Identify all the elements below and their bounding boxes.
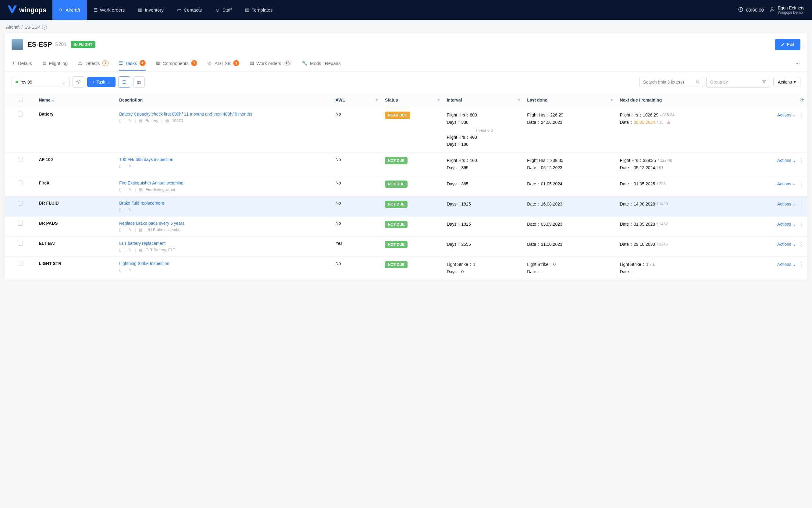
- col-status[interactable]: Status▼: [382, 93, 444, 107]
- edit-icon[interactable]: ✎: [128, 164, 132, 168]
- task-description-link[interactable]: ELT battery replacement: [119, 241, 329, 246]
- tab-defects[interactable]: ⚠Defects1: [78, 56, 109, 71]
- info-icon[interactable]: i: [42, 25, 47, 30]
- row-actions-button[interactable]: Actions ⌄: [777, 202, 796, 206]
- table-settings-button[interactable]: [800, 98, 804, 103]
- chevron-down-icon: ⌄: [793, 242, 796, 247]
- chevron-down-icon: ⌄: [793, 262, 796, 267]
- nav-templates[interactable]: ▤ Templates: [238, 0, 279, 20]
- doc-icon[interactable]: ▯: [119, 207, 121, 212]
- tab-components[interactable]: ▦Components1: [156, 56, 197, 71]
- col-last[interactable]: Last done▼: [524, 93, 617, 107]
- edit-icon[interactable]: ✎: [128, 207, 132, 212]
- edit-icon[interactable]: ✎: [128, 227, 132, 232]
- tab-adsb[interactable]: ☺AD | SB1: [208, 56, 239, 71]
- table-row: LIGHT STR Lightning Strike Inspection ▯ …: [5, 256, 807, 280]
- tab-flight-log[interactable]: ▤Flight log: [42, 56, 68, 71]
- row-checkbox[interactable]: [18, 201, 23, 206]
- row-checkbox[interactable]: [18, 112, 23, 117]
- nav-inventory[interactable]: ▦ Inventory: [131, 0, 170, 20]
- add-task-button[interactable]: + Task ⌄: [87, 77, 116, 87]
- revision-select[interactable]: rev 09 ⌄: [11, 77, 70, 87]
- doc-icon[interactable]: ▯: [119, 187, 121, 192]
- doc-icon[interactable]: ▯: [119, 118, 121, 123]
- task-description-link[interactable]: 100 FH/ 365 days inspection: [119, 157, 329, 162]
- nav-work-orders[interactable]: ☰ Work orders: [87, 0, 131, 20]
- nav-aircraft[interactable]: ✈ Aircraft: [52, 0, 87, 20]
- brand-text: wingops: [19, 6, 46, 14]
- status-badge: NOT DUE: [385, 241, 408, 248]
- row-more-button[interactable]: ⋮: [799, 201, 804, 207]
- edit-button[interactable]: Edit: [775, 39, 801, 50]
- row-actions-button[interactable]: Actions ⌄: [777, 222, 796, 226]
- awl-value: No: [332, 176, 382, 196]
- nav-staff[interactable]: ☺ Staff: [209, 0, 238, 20]
- calendar-view-button[interactable]: ▦: [133, 76, 145, 88]
- row-more-button[interactable]: ⋮: [799, 241, 804, 248]
- select-all-checkbox[interactable]: [18, 97, 23, 102]
- row-more-button[interactable]: ⋮: [799, 221, 804, 227]
- row-checkbox[interactable]: [18, 157, 23, 162]
- row-more-button[interactable]: ⋮: [799, 112, 804, 118]
- task-name: FireX: [39, 180, 49, 185]
- search-input[interactable]: [639, 77, 703, 87]
- status-badge: NOT DUE: [385, 261, 408, 268]
- edit-icon[interactable]: ✎: [128, 248, 132, 252]
- chevron-down-icon: ⌄: [793, 222, 796, 226]
- doc-icon[interactable]: ▯: [119, 248, 121, 252]
- person-icon: ☺: [215, 7, 220, 12]
- doc-icon[interactable]: ▯: [119, 164, 121, 168]
- row-checkbox[interactable]: [18, 221, 23, 226]
- doc-icon[interactable]: ▯: [119, 227, 121, 232]
- row-actions-button[interactable]: Actions ⌄: [777, 158, 796, 163]
- row-actions-button[interactable]: Actions ⌄: [777, 262, 796, 267]
- col-name[interactable]: Name◆: [36, 93, 116, 107]
- task-description-link[interactable]: Battery Capacity check first 800h/ 11 mo…: [119, 112, 329, 117]
- tasks-table: Name◆ Description AWL▼ Status▼ Interval▼…: [5, 93, 807, 280]
- user-menu[interactable]: Egon Eelmets Wingops Demo: [769, 5, 804, 15]
- col-awl[interactable]: AWL▼: [332, 93, 382, 107]
- filter-icon[interactable]: ▼: [375, 97, 379, 102]
- awl-value: No: [332, 256, 382, 280]
- calendar-icon: ▦: [137, 80, 141, 84]
- tab-tasks[interactable]: ☰Tasks1: [119, 56, 145, 71]
- row-checkbox[interactable]: [18, 261, 23, 266]
- doc-icon[interactable]: ▯: [119, 268, 121, 272]
- status-badge-inflight: IN FLIGHT: [71, 41, 95, 48]
- row-actions-button[interactable]: Actions ⌄: [777, 113, 796, 117]
- row-actions-button[interactable]: Actions ⌄: [777, 242, 796, 247]
- task-description-link[interactable]: Brake fluid replacement: [119, 201, 329, 206]
- filter-icon[interactable]: ▼: [610, 97, 614, 102]
- tab-more[interactable]: ⋯: [796, 61, 801, 66]
- bulk-actions-button[interactable]: Actions ▾: [773, 77, 801, 87]
- task-description-link[interactable]: Lightning Strike Inspection: [119, 261, 329, 266]
- task-description-link[interactable]: Fire Extinguisher Annual weighing: [119, 180, 329, 185]
- row-actions-button[interactable]: Actions ⌄: [777, 181, 796, 186]
- logo[interactable]: wingops: [8, 5, 46, 15]
- awl-value: Yes: [332, 236, 382, 256]
- task-name: BR PADS: [39, 221, 58, 226]
- tab-details[interactable]: ✈Details: [11, 56, 32, 71]
- edit-icon[interactable]: ✎: [128, 187, 132, 192]
- row-checkbox[interactable]: [18, 241, 23, 246]
- tab-work-orders[interactable]: ▤Work orders15: [250, 56, 291, 71]
- task-description-link[interactable]: Replace Brake pads every 5 years: [119, 221, 329, 226]
- breadcrumb-root[interactable]: Aircraft: [6, 25, 19, 30]
- tab-mods[interactable]: 🔧Mods | Repairs: [302, 56, 341, 71]
- row-more-button[interactable]: ⋮: [799, 180, 804, 187]
- list-view-button[interactable]: ☰: [119, 76, 130, 88]
- edit-icon[interactable]: ✎: [128, 268, 132, 272]
- row-more-button[interactable]: ⋮: [799, 261, 804, 268]
- status-badge: NOT DUE: [385, 157, 408, 164]
- wrench-icon: 🔧: [302, 60, 308, 66]
- filter-icon[interactable]: ▼: [516, 97, 521, 102]
- edit-icon[interactable]: ✎: [128, 118, 132, 123]
- row-more-button[interactable]: ⋮: [799, 157, 804, 164]
- col-interval[interactable]: Interval▼: [444, 93, 524, 107]
- group-by-select[interactable]: Group by: [706, 77, 770, 87]
- filter-icon[interactable]: ▼: [437, 97, 441, 102]
- settings-button[interactable]: [73, 76, 84, 88]
- plane-icon: ✈: [11, 60, 15, 66]
- row-checkbox[interactable]: [18, 180, 23, 185]
- nav-contacts[interactable]: ▭ Contacts: [170, 0, 209, 20]
